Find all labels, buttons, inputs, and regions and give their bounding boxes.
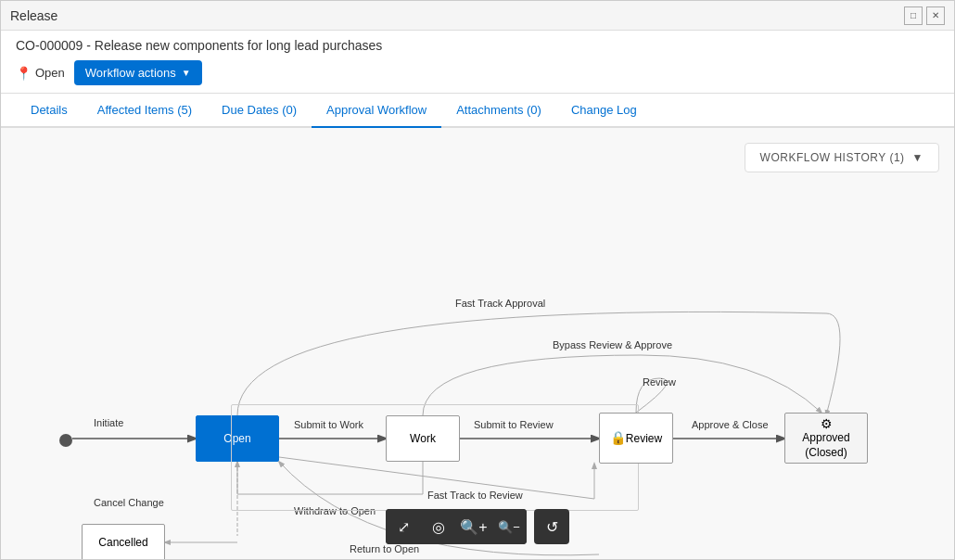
- content-area: WORKFLOW HISTORY (1) ▼: [1, 128, 954, 559]
- tabs-bar: Details Affected Items (5) Due Dates (0)…: [1, 94, 954, 128]
- label-initiate: Initiate: [94, 417, 123, 428]
- lock-icon: 🔒: [610, 430, 626, 445]
- label-cancel-change: Cancel Change: [94, 497, 164, 508]
- fit-screen-button[interactable]: ⤢: [386, 509, 421, 544]
- workflow-button-label: Workflow actions: [85, 66, 176, 80]
- header-actions: 📍 Open Workflow actions ▼: [16, 60, 939, 85]
- label-review-loop: Review: [643, 376, 676, 388]
- workflow-history-label: WORKFLOW HISTORY (1): [760, 151, 905, 164]
- zoom-in-button[interactable]: 🔍+: [456, 509, 491, 544]
- node-work: Work: [386, 415, 460, 462]
- node-approved: ⚙ Approved (Closed): [784, 413, 868, 464]
- start-dot: [59, 434, 72, 447]
- title-bar-controls: □ ✕: [904, 6, 945, 25]
- history-button[interactable]: ↺: [534, 509, 569, 544]
- status-badge: 📍 Open: [16, 66, 65, 81]
- label-return-to-open: Return to Open: [350, 543, 419, 554]
- zoom-toolbar-group: ⤢ ◎ 🔍+ 🔍−: [386, 509, 527, 544]
- node-review: 🔒 Review: [599, 413, 673, 464]
- window-title: Release: [10, 8, 57, 23]
- record-title: CO-000009 - Release new components for l…: [16, 38, 939, 53]
- tab-details[interactable]: Details: [16, 94, 83, 128]
- pin-icon: 📍: [16, 66, 32, 81]
- tab-approval-workflow[interactable]: Approval Workflow: [312, 94, 441, 128]
- main-window: Release □ ✕ CO-000009 - Release new comp…: [0, 0, 955, 560]
- toolbar: ⤢ ◎ 🔍+ 🔍− ↺: [386, 509, 569, 544]
- workflow-history-dropdown[interactable]: WORKFLOW HISTORY (1) ▼: [745, 143, 939, 172]
- minimize-button[interactable]: □: [904, 6, 923, 25]
- node-cancelled: Cancelled: [82, 524, 165, 559]
- zoom-out-button[interactable]: 🔍−: [491, 509, 527, 544]
- header: CO-000009 - Release new components for l…: [1, 31, 954, 94]
- tab-due-dates[interactable]: Due Dates (0): [207, 94, 312, 128]
- status-label: Open: [35, 66, 65, 80]
- tab-attachments[interactable]: Attachments (0): [441, 94, 556, 128]
- diagram-area: Initiate Submit to Work Submit to Review…: [1, 128, 954, 559]
- label-bypass-review: Bypass Review & Approve: [553, 339, 672, 350]
- close-button[interactable]: ✕: [926, 6, 945, 25]
- title-bar-left: Release: [10, 8, 57, 23]
- tab-affected-items[interactable]: Affected Items (5): [83, 94, 207, 128]
- tab-change-log[interactable]: Change Log: [556, 94, 652, 128]
- gear-icon: ⚙: [802, 416, 849, 431]
- chevron-down-icon: ▼: [912, 151, 923, 164]
- workflow-actions-button[interactable]: Workflow actions ▼: [74, 60, 202, 85]
- target-button[interactable]: ◎: [421, 509, 456, 544]
- label-approve-close: Approve & Close: [692, 419, 769, 430]
- chevron-down-icon: ▼: [182, 68, 191, 78]
- label-fast-track-approval: Fast Track Approval: [455, 298, 545, 309]
- title-bar: Release □ ✕: [1, 1, 954, 31]
